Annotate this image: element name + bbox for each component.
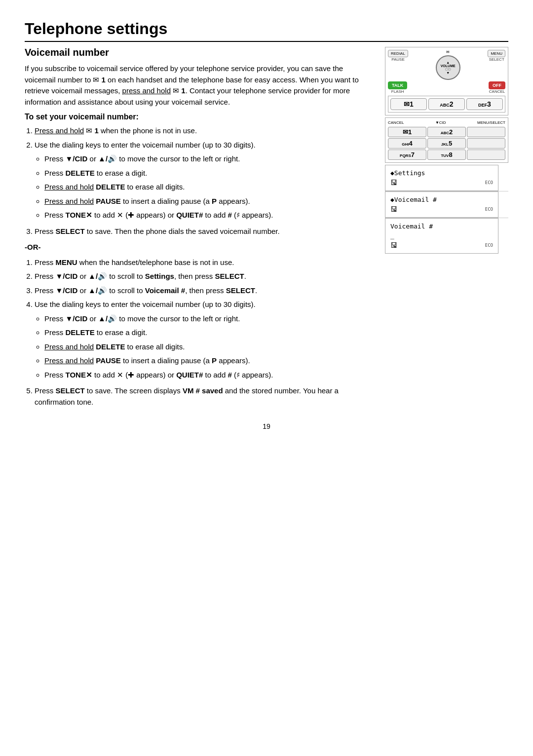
screen3-cursor: _ — [390, 232, 493, 239]
or-divider: -OR- — [25, 242, 375, 253]
key-2: ABC2 — [428, 98, 465, 110]
step-2: Use the dialing keys to enter the voicem… — [35, 140, 375, 221]
screen3-line1: Voicemail # — [390, 223, 493, 230]
bullet-4-2: Press DELETE to erase a digit. — [44, 327, 375, 339]
screen-voicemail: ◆Voicemail # 🖫 ECO — [385, 191, 498, 218]
keypad2-top-row: CANCEL ▼CID MENU/SELECT — [388, 120, 505, 125]
key2-4: GHI4 — [388, 138, 426, 149]
step-1: Press and hold ✉ 1 when the phone is not… — [35, 125, 375, 137]
menu-group: MENU SELECT — [488, 50, 505, 80]
bullet-2-1: Press ▼/CID or ▲/🔊 to move the cursor to… — [44, 153, 375, 165]
steps-list: Press and hold ✉ 1 when the phone is not… — [35, 125, 375, 237]
menuselect-btn-2: MENU/SELECT — [477, 120, 505, 125]
cancel-btn-2: CANCEL — [388, 120, 404, 125]
key2-1: ✉1 — [388, 127, 426, 137]
screen3-icon: 🖫 — [390, 241, 397, 249]
cid-btn-2: ▼CID — [435, 120, 446, 125]
screen1-icon: 🖫 — [390, 179, 397, 187]
talk-group: TALK FLASH — [388, 81, 407, 94]
section-title: Voicemail number — [25, 47, 375, 58]
redial-group: REDIAL PAUSE — [388, 50, 408, 80]
key2-8: TUV8 — [427, 150, 466, 160]
num-grid-1: ✉1 ABC2 DEF3 — [388, 96, 505, 113]
key2-6 — [467, 138, 505, 149]
select-label: SELECT — [488, 57, 505, 62]
keypad-diagram-1: REDIAL PAUSE ✉ ▲ VOLUME CID ▼ MENU SELEC… — [385, 47, 508, 115]
screen2-eco: ECO — [485, 207, 493, 212]
bullet-4-4: Press and hold PAUSE to insert a dialing… — [44, 355, 375, 367]
screen-settings: ◆Settings 🖫 ECO — [385, 165, 498, 191]
screen1-eco: ECO — [485, 180, 493, 185]
bullet-4-5: Press TONE✕ to add ✕ (✚ appears) or QUIE… — [44, 370, 375, 381]
volume-group: ✉ ▲ VOLUME CID ▼ — [408, 50, 488, 80]
cancel-label: CANCEL — [489, 89, 505, 94]
step2-1: Press MENU when the handset/telephone ba… — [35, 257, 375, 268]
bullet-2-2: Press DELETE to erase a digit. — [44, 168, 375, 179]
keypad2-nums: ✉1 ABC2 GHI4 JKL5 PQRS7 TUV8 — [388, 127, 505, 160]
key2-placeholder — [467, 127, 505, 137]
screen3-eco: ECO — [485, 243, 493, 248]
step2-5: Press SELECT to save. The screen display… — [35, 385, 375, 408]
right-column: REDIAL PAUSE ✉ ▲ VOLUME CID ▼ MENU SELEC… — [385, 47, 508, 413]
talk-btn: TALK — [388, 81, 407, 89]
bullet-2-4: Press and hold PAUSE to insert a dialing… — [44, 196, 375, 207]
bullet-2-3: Press and hold DELETE to erase all digit… — [44, 182, 375, 193]
step2-4: Use the dialing keys to enter the voicem… — [35, 299, 375, 380]
screen2-icon: 🖫 — [390, 205, 397, 213]
screen2-line1: ◆Voicemail # — [390, 196, 493, 203]
step-2-bullets: Press ▼/CID or ▲/🔊 to move the cursor to… — [44, 153, 375, 221]
menu-btn: MENU — [488, 50, 505, 57]
keypad-bottom-row: TALK FLASH OFF CANCEL — [388, 81, 505, 94]
keypad-diagram-2: CANCEL ▼CID MENU/SELECT ✉1 ABC2 GHI4 JKL… — [385, 117, 508, 163]
key-1: ✉1 — [390, 98, 427, 110]
step2-3: Press ▼/CID or ▲/🔊 to scroll to Voicemai… — [35, 285, 375, 297]
bullet-4-1: Press ▼/CID or ▲/🔊 to move the cursor to… — [44, 313, 375, 325]
key-3: DEF3 — [466, 98, 503, 110]
bullet-2-5: Press TONE✕ to add ✕ (✚ appears) or QUIE… — [44, 210, 375, 221]
key2-2: ABC2 — [427, 127, 466, 137]
off-group: OFF CANCEL — [489, 81, 505, 94]
redial-btn: REDIAL — [388, 50, 408, 57]
key2-9 — [467, 150, 505, 160]
intro-paragraph: If you subscribe to voicemail service of… — [25, 63, 375, 108]
keypad-top-row: REDIAL PAUSE ✉ ▲ VOLUME CID ▼ MENU SELEC… — [388, 50, 505, 80]
bullet-4-3: Press and hold DELETE to erase all digit… — [44, 341, 375, 353]
off-btn: OFF — [489, 81, 505, 89]
screen1-line1: ◆Settings — [390, 169, 493, 177]
text-column: Voicemail number If you subscribe to voi… — [25, 47, 375, 413]
steps2-list: Press MENU when the handset/telephone ba… — [35, 257, 375, 408]
step2-2: Press ▼/CID or ▲/🔊 to scroll to Settings… — [35, 271, 375, 282]
key2-5: JKL5 — [427, 138, 466, 149]
screen-voicemail-entry: Voicemail # _ 🖫 ECO — [385, 218, 498, 254]
step-3: Press SELECT to save. Then the phone dia… — [35, 226, 375, 237]
subsection-title: To set your voicemail number: — [25, 113, 375, 121]
step2-4-bullets: Press ▼/CID or ▲/🔊 to move the cursor to… — [44, 313, 375, 381]
key2-7: PQRS7 — [388, 150, 426, 160]
page-title: Telephone settings — [25, 20, 508, 42]
pause-label: PAUSE — [388, 57, 408, 62]
flash-label: FLASH — [388, 89, 407, 94]
volume-dial: ▲ VOLUME CID ▼ — [436, 55, 460, 80]
page-number: 19 — [25, 422, 508, 430]
